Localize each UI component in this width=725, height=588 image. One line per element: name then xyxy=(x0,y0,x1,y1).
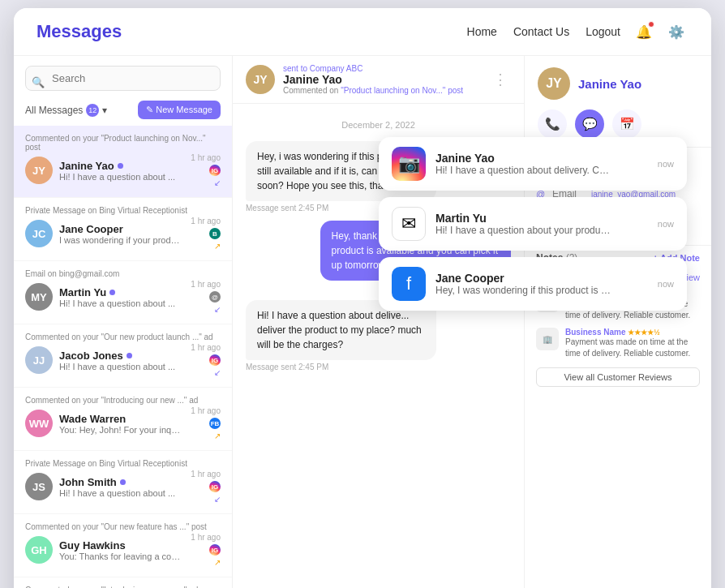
notification-card[interactable]: ✉ Martin Yu Hi! I have a question about … xyxy=(379,197,687,251)
message-info: Guy Hawkins You: Thanks for leaving a co… xyxy=(59,539,181,561)
platform-badge: B xyxy=(209,228,221,239)
app-title: Messages xyxy=(36,21,467,42)
message-time: 1 hr ago xyxy=(191,470,221,479)
platform-icon: ✉ xyxy=(392,207,426,241)
filter-label[interactable]: All Messages 12 ▾ xyxy=(25,104,107,117)
nav-contact-us[interactable]: Contact Us xyxy=(513,25,569,38)
review-stars: ★★★★½ xyxy=(628,328,660,337)
notification-button[interactable]: 🔔 xyxy=(632,19,656,44)
message-name: Guy Hawkins xyxy=(59,539,181,552)
date-divider: December 2, 2022 xyxy=(246,120,511,130)
calendar-button[interactable]: 📅 xyxy=(612,109,641,139)
message-source: Commented on your "Introducing our new .… xyxy=(25,396,221,405)
review-content: Business Name ★★★★½ Payment was made on … xyxy=(565,328,700,359)
notification-info: Janine Yao Hi! I have a question about d… xyxy=(435,152,648,176)
message-avatar: JJ xyxy=(25,346,53,374)
contact-name: Janine Yao xyxy=(578,77,641,91)
message-meta: Message sent 2:45 PM xyxy=(246,363,328,371)
notification-message: Hey, I was wondering if this product is … xyxy=(435,285,614,296)
notification-badge xyxy=(648,21,654,28)
platform-icon: 📷 xyxy=(392,147,426,181)
unread-indicator xyxy=(118,163,123,169)
settings-button[interactable]: ⚙️ xyxy=(664,19,689,44)
message-preview: Hi! I have a question about ... xyxy=(59,488,181,498)
platform-icon: f xyxy=(392,267,426,301)
nav-home[interactable]: Home xyxy=(467,25,497,38)
platform-badge: IG xyxy=(209,354,221,366)
search-container: 🔍 xyxy=(14,56,232,97)
chat-header: JY sent to Company ABC Janine Yao Commen… xyxy=(233,56,524,104)
message-avatar: JS xyxy=(25,473,53,500)
notification-info: Martin Yu Hi! I have a question about yo… xyxy=(435,212,648,236)
platform-badge: FB xyxy=(209,418,221,429)
chat-message: Hi! I have a question about delive... de… xyxy=(246,300,511,371)
view-all-reviews-button[interactable]: View all Customer Reviews xyxy=(536,367,700,387)
nav-logout[interactable]: Logout xyxy=(586,25,620,38)
message-list-item[interactable]: Commented on your "Our new feature has .… xyxy=(14,514,232,577)
message-time: 1 hr ago xyxy=(191,217,221,225)
platform-badge: IG xyxy=(209,165,221,176)
message-meta: Message sent 2:45 PM xyxy=(246,204,328,212)
contact-header: JY Janine Yao xyxy=(525,56,711,106)
message-list-item[interactable]: Private Message on Bing Virtual Receptio… xyxy=(14,451,232,514)
message-info: Jacob Jones Hi! I have a question about … xyxy=(59,350,181,371)
message-source: Commented on your "Our new feature has .… xyxy=(25,522,221,531)
chat-contact-avatar: JY xyxy=(246,65,275,94)
message-source: Private Message on Bing Virtual Receptio… xyxy=(25,206,221,215)
message-name: Janine Yao xyxy=(59,160,181,172)
message-info: Jane Cooper I was wondering if your prod… xyxy=(59,223,181,245)
chat-contact-name: Janine Yao xyxy=(283,73,482,86)
platform-badge: @ xyxy=(209,291,221,303)
notification-card[interactable]: f Jane Cooper Hey, I was wondering if th… xyxy=(379,257,687,311)
message-avatar: JC xyxy=(25,220,53,247)
message-source: Private Message on Bing Virtual Receptio… xyxy=(25,459,221,468)
message-name: Jacob Jones xyxy=(59,350,181,362)
notification-card[interactable]: 📷 Janine Yao Hi! I have a question about… xyxy=(379,137,687,191)
search-input[interactable] xyxy=(25,66,221,91)
notification-name: Martin Yu xyxy=(435,212,648,225)
sidebar: 🔍 All Messages 12 ▾ ✎ New Message Commen… xyxy=(14,56,233,588)
review-text: Payment was made on time at the time of … xyxy=(565,337,700,359)
message-list-item[interactable]: Private Message on Bing Virtual Receptio… xyxy=(14,198,232,261)
message-source: Commented on your "Our new product launc… xyxy=(25,333,221,341)
message-avatar: JY xyxy=(25,157,53,184)
right-panel: JY Janine Yao 📞 💬 📅 👤 Name Janine Yao 📞 … xyxy=(525,56,711,588)
message-name: Wade Warren xyxy=(59,413,181,425)
chat-source-link[interactable]: "Product launching on Nov..." post xyxy=(341,86,463,95)
notification-message: Hi! I have a question about your product… xyxy=(435,225,614,236)
chat-more-button[interactable]: ⋮ xyxy=(490,67,511,92)
message-list-item[interactable]: Commented on your "Introducing our new .… xyxy=(14,388,232,451)
notification-name: Jane Cooper xyxy=(435,272,648,285)
message-info: John Smith Hi! I have a question about .… xyxy=(59,476,181,498)
call-button[interactable]: 📞 xyxy=(538,109,567,139)
filter-count: 12 xyxy=(86,104,99,117)
message-time: 1 hr ago xyxy=(191,153,221,162)
review-item: 🏢 Business Name ★★★★½ Payment was made o… xyxy=(525,324,711,363)
message-time: 1 hr ago xyxy=(191,280,221,289)
platform-badge: IG xyxy=(209,544,221,556)
direction-icon: ↙ xyxy=(214,368,221,377)
notification-info: Jane Cooper Hey, I was wondering if this… xyxy=(435,272,648,296)
message-list-item[interactable]: Commented on your "Introducing our new .… xyxy=(14,577,232,588)
message-name: Jane Cooper xyxy=(59,223,181,235)
message-list-item[interactable]: Commented on your "Our new product launc… xyxy=(14,324,232,388)
message-preview: Hi! I have a question about ... xyxy=(59,298,181,308)
direction-icon: ↙ xyxy=(214,495,221,504)
new-message-button[interactable]: ✎ New Message xyxy=(138,101,221,119)
contact-avatar: JY xyxy=(538,67,570,100)
message-name: Martin Yu xyxy=(59,286,181,298)
message-list-item[interactable]: Commented on your "Product launching on … xyxy=(14,126,232,198)
message-info: Janine Yao Hi! I have a question about .… xyxy=(59,160,181,182)
chevron-down-icon: ▾ xyxy=(102,105,107,116)
message-button[interactable]: 💬 xyxy=(575,109,604,139)
unread-indicator xyxy=(127,353,132,358)
direction-icon: ↙ xyxy=(214,178,221,187)
message-list-item[interactable]: Email on bing@gmail.com MY Martin Yu Hi!… xyxy=(14,261,232,324)
notifications-overlay: 📷 Janine Yao Hi! I have a question about… xyxy=(379,137,687,311)
chat-header-info: sent to Company ABC Janine Yao Commented… xyxy=(283,64,482,95)
chat-header-sub: Commented on "Product launching on Nov..… xyxy=(283,86,482,95)
main-nav: Home Contact Us Logout xyxy=(467,25,620,38)
direction-icon: ↗ xyxy=(214,558,221,567)
message-name: John Smith xyxy=(59,476,181,488)
notification-message: Hi! I have a question about delivery. Ca… xyxy=(435,165,614,176)
